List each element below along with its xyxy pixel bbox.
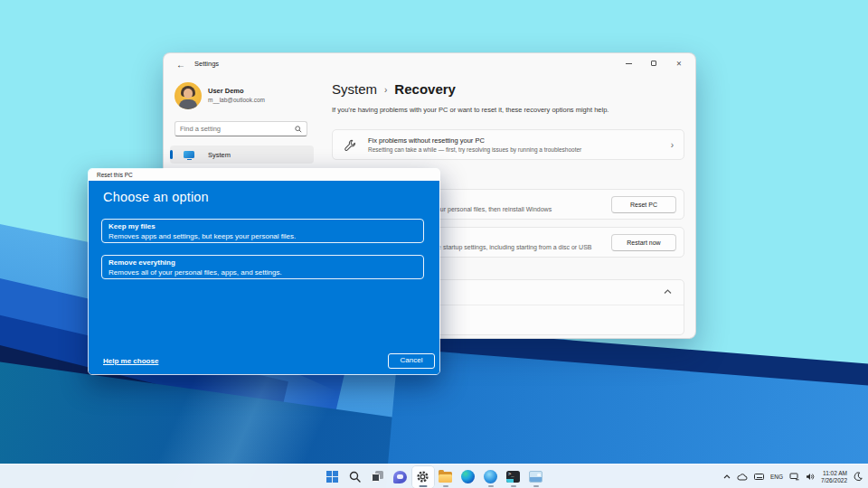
file-explorer-button[interactable] (435, 466, 457, 488)
dialog-title: Reset this PC (97, 172, 133, 178)
taskbar-icons (321, 465, 547, 488)
start-button[interactable] (322, 466, 344, 488)
reset-this-pc-dialog: Reset this PC Choose an option Keep my f… (88, 168, 440, 375)
running-indicator (533, 485, 539, 487)
edge-button[interactable] (458, 466, 479, 488)
avatar-body (179, 99, 197, 109)
chat-button[interactable] (390, 466, 411, 488)
close-icon: ✕ (676, 60, 682, 68)
do-not-disturb-moon-icon[interactable] (854, 472, 863, 482)
breadcrumb-parent[interactable]: System (332, 81, 377, 97)
taskbar-search-button[interactable] (344, 466, 366, 488)
option-title: Keep my files (108, 222, 423, 232)
chevron-up-icon (664, 289, 672, 295)
folder-icon (439, 472, 452, 483)
back-arrow-icon: ← (176, 60, 185, 70)
cancel-button[interactable]: Cancel (388, 353, 435, 369)
media-app-button[interactable] (525, 466, 547, 488)
system-monitor-icon (184, 151, 194, 158)
settings-search-box (175, 121, 307, 136)
option-remove-everything[interactable]: Remove everything Removes all of your pe… (101, 255, 424, 279)
maximize-button[interactable] (641, 53, 666, 73)
dialog-titlebar: Reset this PC (89, 169, 439, 181)
dialog-heading: Choose an option (103, 190, 209, 204)
taskbar: ENG 11:02 AM 7/26/2022 (0, 464, 868, 488)
wrench-icon (344, 139, 355, 151)
windows-logo-icon (326, 471, 338, 483)
help-me-choose-link[interactable]: Help me choose (103, 357, 158, 365)
language-indicator[interactable]: ENG (770, 474, 783, 480)
fix-card-description: Resetting can take a while — first, try … (368, 146, 581, 153)
avatar-face (184, 89, 193, 99)
active-accent-bar (170, 150, 173, 159)
user-email: m__lab@outlook.com (208, 97, 265, 103)
option-description: Removes apps and settings, but keeps you… (108, 232, 423, 242)
option-description: Removes all of your personal files, apps… (108, 268, 423, 278)
fix-card-title: Fix problems without resetting your PC (368, 136, 485, 145)
settings-taskbar-button[interactable] (412, 466, 434, 488)
clock-date: 7/26/2022 (821, 477, 847, 484)
terminal-icon (506, 471, 520, 483)
minimize-icon (626, 63, 632, 64)
search-input[interactable] (180, 123, 293, 135)
window-controls: ✕ (616, 53, 692, 73)
fix-problems-card[interactable]: Fix problems without resetting your PC R… (332, 129, 684, 160)
media-app-icon (529, 471, 542, 483)
settings-titlebar: ← Settings ✕ (164, 53, 695, 77)
page-subtitle: If you’re having problems with your PC o… (332, 106, 680, 114)
clock[interactable]: 11:02 AM 7/26/2022 (821, 470, 847, 484)
running-indicator (488, 485, 494, 487)
edge-browser-icon (461, 470, 475, 483)
browser-button[interactable] (480, 466, 502, 488)
onedrive-cloud-icon[interactable] (737, 474, 748, 481)
chat-bubble-icon (393, 471, 407, 483)
sidebar-item-system[interactable]: System (170, 145, 314, 164)
running-indicator (511, 485, 516, 487)
option-keep-my-files[interactable]: Keep my files Removes apps and settings,… (101, 219, 424, 243)
gear-icon (416, 470, 429, 483)
desktop: ← Settings ✕ User Demo m__lab@outlook.co… (0, 0, 868, 488)
volume-icon[interactable] (806, 473, 815, 481)
sidebar-item-label: System (208, 151, 231, 159)
running-indicator (443, 485, 448, 487)
task-view-icon (372, 471, 384, 483)
restart-now-button[interactable]: Restart now (611, 234, 676, 251)
task-view-button[interactable] (367, 466, 389, 488)
system-tray: ENG 11:02 AM 7/26/2022 (723, 465, 863, 488)
user-name: User Demo (208, 87, 244, 95)
option-title: Remove everything (108, 258, 423, 268)
close-button[interactable]: ✕ (666, 53, 692, 73)
breadcrumb-separator-icon: › (384, 83, 387, 95)
dialog-body: Choose an option Keep my files Removes a… (89, 181, 439, 375)
search-icon (349, 471, 361, 483)
back-button[interactable]: ← (173, 58, 189, 72)
avatar[interactable] (175, 82, 202, 109)
maximize-icon (651, 61, 656, 66)
clock-time: 11:02 AM (821, 470, 847, 477)
search-icon (295, 126, 302, 133)
touch-keyboard-icon[interactable] (754, 474, 764, 480)
terminal-button[interactable] (503, 466, 524, 488)
window-title: Settings (194, 60, 219, 68)
chevron-up-icon[interactable] (723, 474, 731, 479)
chevron-right-icon: › (671, 140, 674, 150)
minimize-button[interactable] (616, 53, 641, 73)
page-title: Recovery (394, 81, 456, 97)
reset-pc-button[interactable]: Reset PC (611, 196, 676, 213)
running-indicator (419, 485, 427, 487)
breadcrumb: System › Recovery (332, 81, 456, 97)
network-icon[interactable] (789, 473, 799, 481)
browser-icon (484, 470, 497, 483)
